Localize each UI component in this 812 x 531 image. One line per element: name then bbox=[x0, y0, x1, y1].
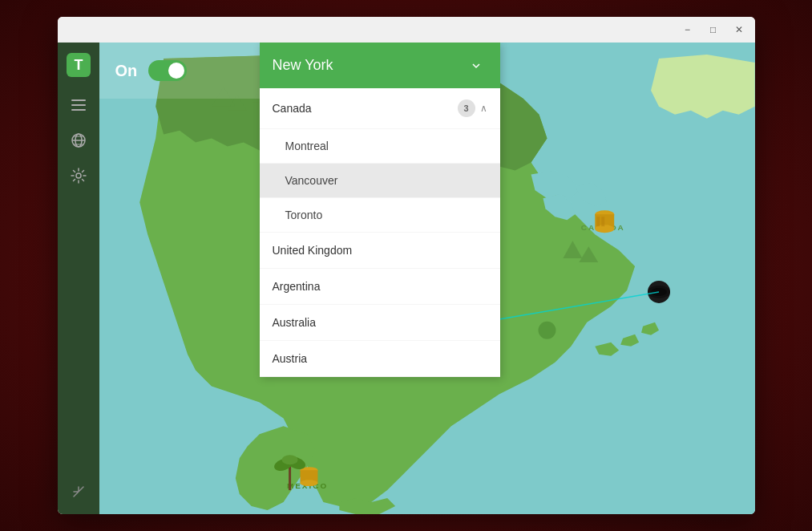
dropdown-scroll[interactable]: Canada 3 ∧ Montreal Vancouver bbox=[260, 88, 500, 377]
svg-point-21 bbox=[538, 322, 555, 339]
svg-rect-29 bbox=[596, 217, 600, 226]
header-panel: On New York bbox=[99, 43, 755, 99]
svg-rect-4 bbox=[71, 109, 86, 111]
country-argentina[interactable]: Argentina bbox=[260, 269, 500, 305]
toggle-area: On bbox=[99, 43, 260, 99]
city-toronto[interactable]: Toronto bbox=[260, 198, 500, 233]
svg-text:T: T bbox=[74, 57, 83, 73]
title-bar: − □ ✕ bbox=[58, 17, 755, 43]
canada-badge: 3 ∧ bbox=[458, 99, 487, 117]
sidebar: T bbox=[58, 43, 99, 514]
maximize-button[interactable]: □ bbox=[704, 20, 723, 39]
country-canada[interactable]: Canada 3 ∧ bbox=[260, 88, 500, 129]
city-montreal[interactable]: Montreal bbox=[260, 129, 500, 164]
country-austria[interactable]: Austria bbox=[260, 341, 500, 377]
main-area: T bbox=[58, 43, 755, 514]
svg-rect-30 bbox=[601, 217, 604, 226]
app-logo: T bbox=[64, 51, 93, 79]
country-australia[interactable]: Australia bbox=[260, 305, 500, 341]
location-dropdown: New York Canada 3 ∧ bbox=[260, 43, 500, 377]
toggle-label: On bbox=[115, 62, 138, 80]
svg-point-41 bbox=[281, 455, 297, 464]
globe-icon[interactable] bbox=[64, 126, 93, 155]
close-button[interactable]: ✕ bbox=[729, 20, 749, 39]
svg-point-10 bbox=[76, 173, 81, 178]
country-uk[interactable]: United Kingdom bbox=[260, 233, 500, 269]
menu-icon[interactable] bbox=[64, 91, 93, 120]
minimize-button[interactable]: − bbox=[678, 20, 697, 39]
svg-point-33 bbox=[300, 480, 317, 486]
app-window: − □ ✕ T bbox=[58, 17, 755, 514]
city-vancouver[interactable]: Vancouver bbox=[260, 164, 500, 198]
svg-rect-3 bbox=[71, 104, 86, 106]
selected-location[interactable]: New York bbox=[260, 43, 500, 88]
vpn-toggle[interactable] bbox=[148, 60, 187, 81]
content-area: CANADA MEXICO bbox=[99, 43, 755, 514]
toggle-knob bbox=[168, 63, 184, 79]
collapse-icon[interactable] bbox=[64, 477, 93, 506]
settings-icon[interactable] bbox=[64, 161, 93, 190]
svg-rect-2 bbox=[71, 99, 86, 101]
